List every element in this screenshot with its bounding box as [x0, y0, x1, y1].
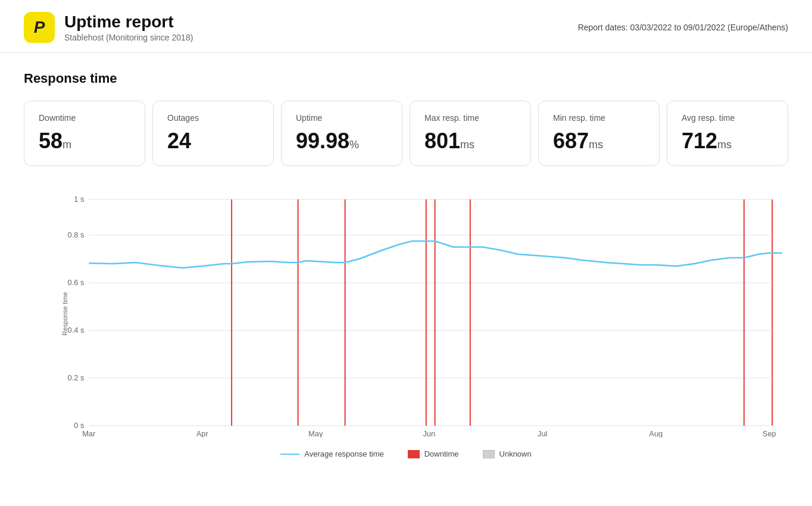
stat-value-4: 687ms — [553, 129, 645, 154]
logo-area: P Uptime report Stablehost (Monitoring s… — [24, 12, 193, 43]
svg-text:Sep: Sep — [763, 429, 776, 438]
stat-value-2: 99.98% — [296, 129, 388, 154]
svg-text:Mar: Mar — [82, 429, 96, 438]
y-axis-label: Response time — [61, 292, 68, 335]
stats-grid: Downtime 58m Outages 24 Uptime 99.98% Ma… — [24, 101, 788, 166]
chart-container: Response time 1 s 0.8 s 0.6 s — [24, 188, 788, 440]
stat-value-0: 58m — [39, 129, 130, 154]
legend-line-icon — [280, 454, 299, 455]
main-content: Response time Downtime 58m Outages 24 Up… — [0, 53, 812, 476]
app-subtitle: Stablehost (Monitoring since 2018) — [64, 33, 193, 42]
svg-text:Jun: Jun — [423, 429, 435, 438]
stat-label-3: Max resp. time — [424, 113, 516, 123]
app-info: Uptime report Stablehost (Monitoring sin… — [64, 13, 193, 42]
stat-value-5: 712ms — [682, 129, 773, 154]
legend-downtime-label: Downtime — [424, 449, 459, 458]
svg-text:0.6 s: 0.6 s — [68, 278, 85, 287]
svg-text:0 s: 0 s — [74, 421, 84, 430]
page-header: P Uptime report Stablehost (Monitoring s… — [0, 0, 812, 53]
svg-text:0.4 s: 0.4 s — [68, 326, 85, 335]
stat-card-5: Avg resp. time 712ms — [667, 101, 788, 166]
stat-label-2: Uptime — [296, 113, 388, 123]
stat-card-3: Max resp. time 801ms — [410, 101, 531, 166]
svg-text:Apr: Apr — [196, 429, 209, 438]
stat-card-4: Min resp. time 687ms — [538, 101, 660, 166]
legend-avg-label: Average response time — [304, 449, 383, 458]
chart-legend: Average response time Downtime Unknown — [24, 449, 788, 458]
svg-text:Aug: Aug — [649, 429, 663, 438]
stat-value-1: 24 — [167, 129, 259, 154]
legend-avg-response: Average response time — [280, 449, 383, 458]
stat-label-4: Min resp. time — [553, 113, 645, 123]
section-title: Response time — [24, 71, 788, 86]
stat-label-0: Downtime — [39, 113, 130, 123]
stat-card-0: Downtime 58m — [24, 101, 145, 166]
svg-text:1 s: 1 s — [74, 195, 84, 204]
chart-wrap: Response time 1 s 0.8 s 0.6 s — [54, 188, 782, 440]
legend-downtime: Downtime — [408, 449, 459, 458]
app-title: Uptime report — [64, 13, 193, 32]
svg-text:May: May — [308, 429, 323, 438]
report-dates: Report dates: 03/03/2022 to 09/01/2022 (… — [578, 23, 788, 32]
svg-text:0.2 s: 0.2 s — [68, 373, 85, 382]
stat-value-3: 801ms — [424, 129, 516, 154]
stat-card-1: Outages 24 — [152, 101, 274, 166]
svg-text:Jul: Jul — [538, 429, 547, 438]
legend-unknown: Unknown — [483, 449, 532, 458]
legend-unknown-icon — [483, 450, 495, 458]
svg-text:0.8 s: 0.8 s — [68, 230, 85, 239]
legend-downtime-icon — [408, 450, 420, 458]
stat-label-1: Outages — [167, 113, 259, 123]
legend-unknown-label: Unknown — [499, 449, 532, 458]
app-logo: P — [24, 12, 55, 43]
response-time-chart: 1 s 0.8 s 0.6 s 0.4 s 0.2 s 0 s Mar Apr … — [54, 188, 782, 438]
stat-card-2: Uptime 99.98% — [281, 101, 402, 166]
stat-label-5: Avg resp. time — [682, 113, 773, 123]
